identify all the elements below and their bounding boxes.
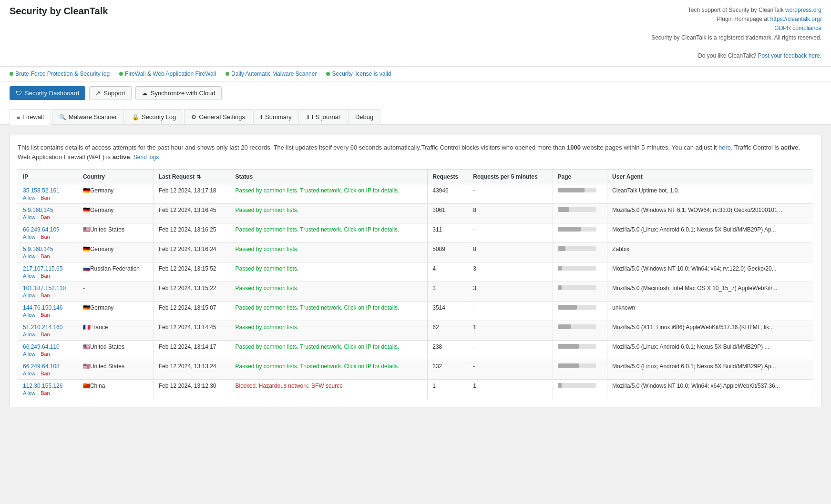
allow-button-10[interactable]: Allow bbox=[23, 390, 35, 396]
sync-cloud-button[interactable]: ☁ Synchronize with Cloud bbox=[135, 86, 222, 100]
row-actions-0: Allow | Ban bbox=[23, 195, 73, 201]
cell-page-3 bbox=[553, 243, 607, 262]
allow-button-2[interactable]: Allow bbox=[23, 234, 35, 240]
nav-link-firewall[interactable]: FireWall & Web Application FireWall bbox=[119, 71, 216, 77]
page-bar-fill-7 bbox=[558, 324, 571, 329]
row-actions-9: Allow | Ban bbox=[23, 371, 73, 376]
gdpr-line: GDPR compliance bbox=[651, 24, 821, 33]
ban-button-1[interactable]: Ban bbox=[41, 214, 50, 220]
ip-address-link-0[interactable]: 35.158.52.161 bbox=[23, 187, 73, 194]
cell-user-agent-6: unknown bbox=[607, 302, 813, 321]
page-bar-10 bbox=[558, 383, 596, 388]
tab-debug[interactable]: Debug bbox=[348, 109, 380, 124]
col-header-last-request[interactable]: Last Request ⇅ bbox=[154, 170, 230, 184]
col-header-country: Country bbox=[78, 170, 154, 184]
tab-fs-journal[interactable]: ℹ FS journal bbox=[300, 109, 347, 124]
ban-button-4[interactable]: Ban bbox=[41, 273, 50, 279]
support-button[interactable]: ↗ Support bbox=[89, 86, 132, 100]
flag-icon-8: 🇺🇸 bbox=[83, 343, 90, 350]
table-row: 144.76.150.146 Allow | Ban 🇩🇪Germany Feb… bbox=[18, 302, 813, 321]
cell-req-per-5-6: - bbox=[468, 302, 553, 321]
nav-link-brute-force[interactable]: Brute-Force Protection & Security log bbox=[10, 71, 110, 77]
table-header-row: IP Country Last Request ⇅ Status Request… bbox=[18, 170, 813, 184]
cell-req-per-5-1: 8 bbox=[468, 204, 553, 223]
ban-button-0[interactable]: Ban bbox=[41, 195, 50, 201]
cell-user-agent-7: Mozilla/5.0 (X11; Linux i686) AppleWebKi… bbox=[607, 321, 813, 341]
nav-link-license[interactable]: Security license is valid bbox=[326, 71, 391, 77]
tab-general-settings[interactable]: ⚙ General Settings bbox=[184, 109, 252, 124]
ip-address-link-5[interactable]: 101.187.152.110 bbox=[23, 285, 73, 292]
allow-button-8[interactable]: Allow bbox=[23, 351, 35, 357]
top-header: Security by CleanTalk Tech support of Se… bbox=[0, 0, 831, 67]
ip-address-link-1[interactable]: 5.9.160.145 bbox=[23, 207, 73, 213]
cell-requests-1: 3061 bbox=[428, 204, 468, 223]
wordpress-link[interactable]: wordpress.org bbox=[785, 7, 821, 13]
ip-address-link-6[interactable]: 144.76.150.146 bbox=[23, 304, 73, 311]
cell-page-5 bbox=[553, 282, 607, 302]
tab-security-log[interactable]: 🔒 Security Log bbox=[125, 109, 183, 124]
ip-address-link-7[interactable]: 51.210.214.160 bbox=[23, 324, 73, 331]
allow-button-5[interactable]: Allow bbox=[23, 292, 35, 298]
cell-last-request-2: Feb 12 2024, 13:16:25 bbox=[154, 223, 230, 243]
row-actions-5: Allow | Ban bbox=[23, 292, 73, 298]
ip-address-link-8[interactable]: 66.249.64.110 bbox=[23, 343, 73, 350]
ban-button-7[interactable]: Ban bbox=[41, 332, 50, 337]
dot-icon-4 bbox=[326, 72, 330, 76]
cell-user-agent-0: CleanTalk Uptime bot, 1.0. bbox=[607, 184, 813, 204]
ip-address-link-2[interactable]: 66.249.64.109 bbox=[23, 226, 73, 233]
status-text-2: Passed by common lists. Trusted network.… bbox=[235, 226, 399, 233]
here-link[interactable]: here bbox=[718, 144, 731, 151]
flag-icon-6: 🇩🇪 bbox=[83, 304, 90, 311]
allow-button-1[interactable]: Allow bbox=[23, 214, 35, 220]
ban-button-5[interactable]: Ban bbox=[41, 292, 50, 298]
ip-address-link-4[interactable]: 217.107.115.65 bbox=[23, 265, 73, 272]
cell-status-1: Passed by common lists. bbox=[230, 204, 428, 223]
ip-address-link-3[interactable]: 5.9.160.145 bbox=[23, 246, 73, 252]
status-text-8: Passed by common lists. Trusted network.… bbox=[235, 343, 399, 350]
content-card: This list contains details of access att… bbox=[10, 135, 821, 407]
allow-button-7[interactable]: Allow bbox=[23, 332, 35, 337]
tab-summary[interactable]: ℹ Summary bbox=[253, 109, 299, 124]
page-bar-8 bbox=[558, 344, 596, 349]
allow-button-9[interactable]: Allow bbox=[23, 371, 35, 376]
ip-address-link-10[interactable]: 112.30.155.126 bbox=[23, 383, 73, 389]
allow-button-3[interactable]: Allow bbox=[23, 253, 35, 259]
page-bar-0 bbox=[558, 188, 596, 192]
ip-address-link-9[interactable]: 66.249.64.108 bbox=[23, 363, 73, 370]
flag-icon-1: 🇩🇪 bbox=[83, 207, 90, 213]
cell-ip-9: 66.249.64.108 Allow | Ban bbox=[18, 360, 78, 380]
cell-req-per-5-7: 1 bbox=[468, 321, 553, 341]
cell-user-agent-9: Mozilla/5.0 (Linux; Android 6.0.1; Nexus… bbox=[607, 360, 813, 380]
page-bar-fill-9 bbox=[558, 363, 579, 368]
status-text-3: Passed by common lists. bbox=[235, 246, 298, 252]
allow-button-6[interactable]: Allow bbox=[23, 312, 35, 318]
separator-4: | bbox=[37, 273, 39, 279]
ban-button-3[interactable]: Ban bbox=[41, 253, 50, 259]
cell-last-request-3: Feb 12 2024, 13:16:24 bbox=[154, 243, 230, 262]
send-logs-link[interactable]: Send logs bbox=[133, 154, 159, 161]
ban-button-9[interactable]: Ban bbox=[41, 371, 50, 376]
tab-firewall[interactable]: ≡ Firewall bbox=[10, 109, 51, 125]
cell-ip-10: 112.30.155.126 Allow | Ban bbox=[18, 380, 78, 399]
allow-button-4[interactable]: Allow bbox=[23, 273, 35, 279]
allow-button-0[interactable]: Allow bbox=[23, 195, 35, 201]
plugin-homepage-link[interactable]: https://cleantalk.org/ bbox=[770, 16, 821, 22]
flag-icon-0: 🇩🇪 bbox=[83, 187, 90, 194]
status-text-10: Blocked. Hazardous network. SFW source bbox=[235, 383, 342, 389]
nav-link-malware[interactable]: Daily Automatic Malware Scanner bbox=[226, 71, 317, 77]
page-bar-9 bbox=[558, 363, 596, 368]
security-dashboard-button[interactable]: 🛡 Security Dashboard bbox=[10, 86, 85, 100]
flag-icon-2: 🇺🇸 bbox=[83, 226, 90, 233]
firewall-table: IP Country Last Request ⇅ Status Request… bbox=[18, 169, 813, 399]
ban-button-8[interactable]: Ban bbox=[41, 351, 50, 357]
cell-requests-3: 5089 bbox=[428, 243, 468, 262]
ban-button-2[interactable]: Ban bbox=[41, 234, 50, 240]
ban-button-6[interactable]: Ban bbox=[41, 312, 50, 318]
feedback-link[interactable]: Post your feedback here bbox=[758, 52, 820, 59]
gdpr-link[interactable]: GDPR compliance bbox=[774, 25, 821, 31]
sort-icon[interactable]: ⇅ bbox=[196, 174, 201, 180]
tab-malware-scanner[interactable]: 🔍 Malware Scanner bbox=[52, 109, 124, 124]
cell-page-4 bbox=[553, 262, 607, 282]
ban-button-10[interactable]: Ban bbox=[41, 390, 50, 396]
cell-user-agent-4: Mozilla/5.0 (Windows NT 10.0; Win64; x64… bbox=[607, 262, 813, 282]
